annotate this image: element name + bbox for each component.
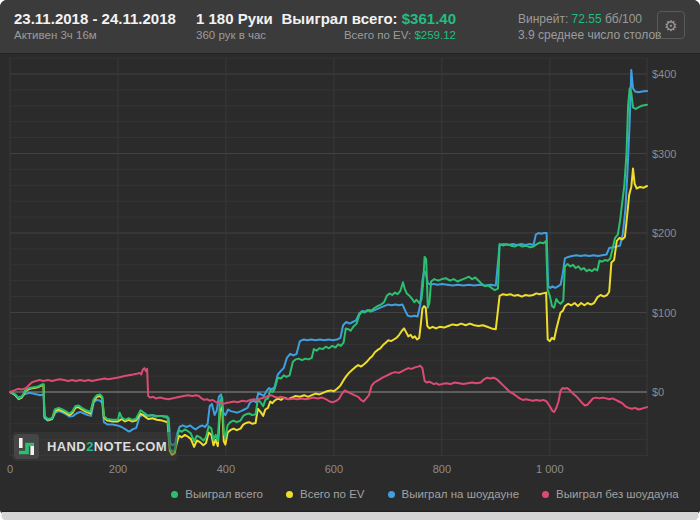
svg-text:200: 200 [109,463,127,475]
svg-text:$200: $200 [652,227,676,239]
session-report-panel: 02004006008001 000$0$100$200$300$400 23.… [0,0,700,513]
svg-text:$0: $0 [652,386,664,398]
series-1 [10,169,647,455]
legend-dot-pink [542,491,549,498]
svg-text:0: 0 [7,463,13,475]
date-range: 23.11.2018 - 24.11.2018 [14,9,176,28]
hand2note-logo-text: HAND2NOTE.COM [47,439,167,454]
svg-text:$400: $400 [652,68,676,80]
legend-item-showdown[interactable]: Выиграл на шоудауне [388,488,520,500]
winrate-block: Винрейт: 72.55 бб/100 3.9 среднее число … [518,11,661,43]
chart-grid [10,58,647,456]
ev-total-label: Всего по EV: [344,29,411,41]
hand2note-logo[interactable]: HAND2NOTE.COM [12,432,177,461]
winrate-unit: бб/100 [605,12,642,26]
legend-dot-blue [388,491,395,498]
chart-legend: Выиграл всего Всего по EV Выиграл на шоу… [0,488,700,500]
legend-dot-green [171,491,178,498]
svg-text:400: 400 [217,463,235,475]
won-total-value: $361.40 [402,10,456,27]
window-bottom-edge [2,512,698,520]
winnings-block: Выиграл всего: $361.40 Всего по EV: $259… [250,9,456,43]
hand2note-logo-icon [14,434,39,459]
svg-text:800: 800 [433,463,451,475]
won-total-line: Выиграл всего: $361.40 [250,9,456,28]
gear-icon: ⚙ [664,17,677,34]
winrate-line: Винрейт: 72.55 бб/100 [518,11,661,27]
svg-text:$100: $100 [652,307,676,319]
y-axis-labels: $0$100$200$300$400 [652,68,676,398]
legend-item-won-total[interactable]: Выиграл всего [171,488,263,500]
session-header: 23.11.2018 - 24.11.2018 Активен 3ч 16м 1… [0,0,700,54]
ev-total-line: Всего по EV: $259.12 [250,28,456,43]
winrate-value: 72.55 [572,12,602,26]
settings-button[interactable]: ⚙ [657,11,685,39]
winrate-label: Винрейт: [518,12,568,26]
session-dates-block: 23.11.2018 - 24.11.2018 Активен 3ч 16м [14,9,176,43]
legend-item-non-showdown[interactable]: Выиграл без шоудауна [542,488,679,500]
ev-total-value: $259.12 [414,29,456,41]
series-0 [10,88,647,451]
legend-item-ev-total[interactable]: Всего по EV [286,488,365,500]
series-3 [10,366,647,412]
logo-accent: 2 [86,439,94,454]
avg-tables: 3.9 среднее число столов [518,27,661,43]
active-time: Активен 3ч 16м [14,28,176,43]
svg-text:1 000: 1 000 [536,463,564,475]
series-2 [10,70,647,445]
x-axis-labels: 02004006008001 000 [7,463,564,475]
legend-dot-yellow [286,491,293,498]
svg-text:$300: $300 [652,148,676,160]
app-window: 02004006008001 000$0$100$200$300$400 23.… [0,0,700,520]
won-total-label: Выиграл всего: [282,10,398,27]
svg-text:600: 600 [325,463,343,475]
